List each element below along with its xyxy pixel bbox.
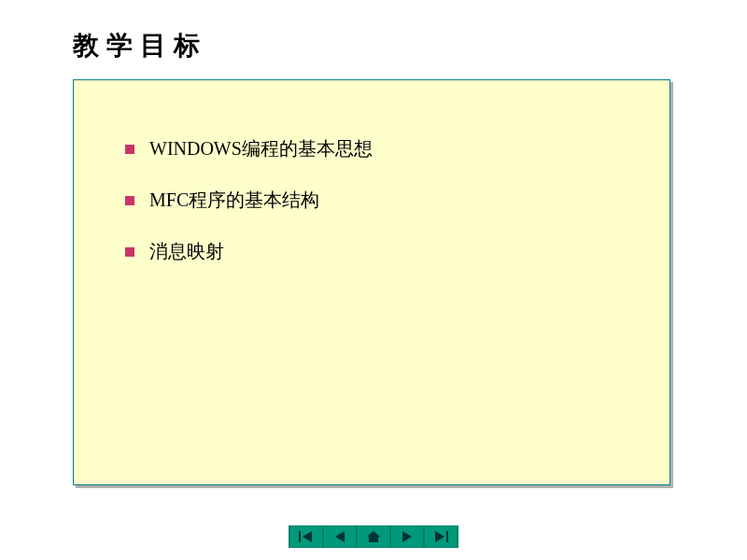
- slide-title: 教学目标: [73, 28, 207, 63]
- bullet-text: WINDOWS编程的基本思想: [149, 136, 373, 161]
- next-icon: [401, 531, 414, 542]
- next-button[interactable]: [391, 526, 423, 547]
- bullet-icon: [125, 196, 134, 205]
- home-button[interactable]: [358, 526, 389, 547]
- svg-rect-0: [299, 531, 301, 542]
- list-item: MFC程序的基本结构: [125, 188, 632, 213]
- prev-icon: [333, 531, 346, 542]
- bullet-list: WINDOWS编程的基本思想 MFC程序的基本结构 消息映射: [74, 80, 669, 328]
- svg-marker-4: [402, 531, 412, 542]
- list-item: WINDOWS编程的基本思想: [125, 136, 632, 161]
- bullet-icon: [125, 247, 134, 257]
- bullet-text: 消息映射: [149, 239, 224, 264]
- svg-marker-3: [367, 531, 380, 542]
- last-button[interactable]: [425, 526, 457, 547]
- last-icon: [433, 531, 448, 542]
- navigation-bar: [289, 525, 458, 548]
- content-panel: WINDOWS编程的基本思想 MFC程序的基本结构 消息映射: [73, 79, 670, 485]
- first-button[interactable]: [290, 526, 322, 547]
- list-item: 消息映射: [125, 239, 632, 264]
- prev-button[interactable]: [324, 526, 356, 547]
- first-icon: [299, 531, 314, 542]
- bullet-text: MFC程序的基本结构: [149, 188, 319, 213]
- svg-marker-2: [335, 531, 345, 542]
- svg-marker-5: [435, 531, 444, 542]
- svg-marker-1: [303, 531, 312, 542]
- home-icon: [367, 531, 380, 542]
- svg-rect-6: [446, 531, 448, 542]
- bullet-icon: [125, 145, 134, 154]
